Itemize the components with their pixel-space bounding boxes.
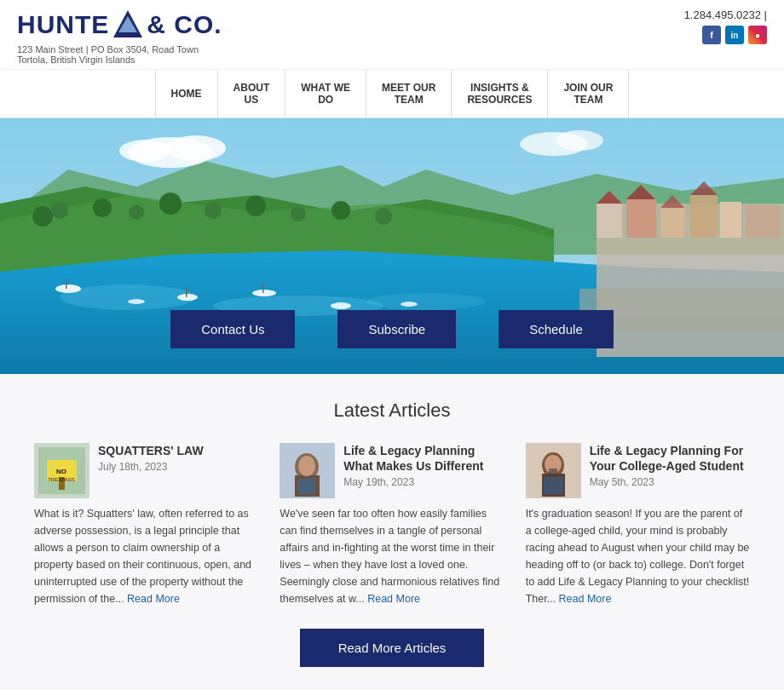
header: HUNTE & CO. 123 Main Street | PO Box 350… bbox=[0, 0, 784, 70]
social-icons: f in ● bbox=[684, 26, 767, 44]
articles-grid: NO TRESPASS SQUATTERS' LAW July 18th, 20… bbox=[34, 443, 750, 607]
article-2-thumb bbox=[280, 443, 335, 498]
article-3-title: Life & Legacy Planning For Your College-… bbox=[590, 443, 750, 474]
svg-point-42 bbox=[166, 135, 226, 161]
article-3-header: Life & Legacy Planning For Your College-… bbox=[526, 443, 750, 498]
article-3-meta: Life & Legacy Planning For Your College-… bbox=[590, 443, 750, 488]
svg-rect-23 bbox=[66, 279, 67, 289]
svg-rect-12 bbox=[626, 199, 656, 238]
svg-point-38 bbox=[291, 206, 306, 221]
hero-section: Contact Us Subscribe Schedule bbox=[0, 118, 784, 374]
svg-rect-61 bbox=[544, 477, 563, 494]
article-1-meta: SQUATTERS' LAW July 18th, 2023 bbox=[98, 443, 204, 473]
read-more-articles-button[interactable]: Read More Articles bbox=[300, 629, 485, 667]
article-2-read-more[interactable]: Read More bbox=[367, 593, 420, 605]
svg-rect-27 bbox=[262, 284, 264, 293]
logo: HUNTE & CO. bbox=[17, 9, 222, 41]
article-1-header: NO TRESPASS SQUATTERS' LAW July 18th, 20… bbox=[34, 443, 258, 498]
logo-text-right: & CO. bbox=[147, 10, 222, 39]
article-2-header: Life & Legacy Planning What Makes Us Dif… bbox=[280, 443, 504, 498]
facebook-icon[interactable]: f bbox=[702, 26, 721, 44]
svg-point-43 bbox=[119, 140, 170, 162]
read-more-btn-wrap: Read More Articles bbox=[34, 629, 750, 667]
article-1-date: July 18th, 2023 bbox=[98, 461, 204, 473]
header-right: 1.284.495.0232 | f in ● bbox=[684, 9, 767, 44]
svg-point-34 bbox=[129, 204, 144, 220]
article-3-read-more[interactable]: Read More bbox=[559, 593, 612, 605]
nav-insights[interactable]: INSIGHTS &RESOURCES bbox=[452, 70, 548, 118]
nav-about[interactable]: ABOUTUS bbox=[218, 70, 286, 118]
article-3-body: It's graduation season! If you are the p… bbox=[526, 505, 750, 607]
nav-what-we-do[interactable]: WHAT WEDO bbox=[285, 70, 366, 118]
svg-point-36 bbox=[205, 202, 222, 219]
main-nav: HOME ABOUTUS WHAT WEDO MEET OURTEAM INSI… bbox=[0, 70, 784, 118]
contact-us-button[interactable]: Contact Us bbox=[170, 310, 295, 348]
article-2-date: May 19th, 2023 bbox=[343, 476, 504, 488]
svg-rect-15 bbox=[720, 202, 741, 238]
instagram-icon[interactable]: ● bbox=[748, 26, 767, 44]
svg-point-39 bbox=[331, 201, 350, 220]
hero-buttons: Contact Us Subscribe Schedule bbox=[0, 310, 784, 348]
phone-number: 1.284.495.0232 | bbox=[684, 9, 767, 21]
svg-point-31 bbox=[32, 206, 53, 227]
svg-rect-14 bbox=[690, 195, 718, 238]
svg-rect-25 bbox=[186, 287, 187, 297]
svg-point-24 bbox=[177, 294, 198, 301]
svg-rect-62 bbox=[549, 469, 557, 474]
article-1-title: SQUATTERS' LAW bbox=[98, 443, 204, 458]
svg-point-28 bbox=[128, 299, 145, 304]
svg-point-37 bbox=[245, 196, 266, 216]
article-3-date: May 5th, 2023 bbox=[590, 476, 750, 488]
nav-inner: HOME ABOUTUS WHAT WEDO MEET OURTEAM INSI… bbox=[0, 70, 784, 118]
logo-text-left: HUNTE bbox=[17, 10, 109, 39]
svg-point-30 bbox=[401, 302, 418, 307]
article-2-meta: Life & Legacy Planning What Makes Us Dif… bbox=[343, 443, 504, 488]
article-card-3: Life & Legacy Planning For Your College-… bbox=[526, 443, 750, 607]
svg-point-29 bbox=[331, 302, 351, 309]
article-card-1: NO TRESPASS SQUATTERS' LAW July 18th, 20… bbox=[34, 443, 258, 607]
svg-rect-11 bbox=[597, 204, 622, 238]
svg-point-32 bbox=[51, 202, 68, 219]
article-2-title: Life & Legacy Planning What Makes Us Dif… bbox=[343, 443, 504, 474]
schedule-button[interactable]: Schedule bbox=[499, 310, 614, 348]
svg-point-33 bbox=[93, 198, 112, 217]
svg-text:TRESPASS: TRESPASS bbox=[48, 477, 75, 482]
svg-text:NO: NO bbox=[56, 468, 66, 475]
svg-rect-16 bbox=[746, 205, 780, 238]
address-line2: Tortola, British Virgin Islands bbox=[17, 55, 222, 65]
svg-point-40 bbox=[375, 208, 392, 225]
svg-point-26 bbox=[252, 290, 276, 296]
nav-join-team[interactable]: JOIN OURTEAM bbox=[548, 70, 629, 118]
svg-point-9 bbox=[366, 293, 486, 310]
nav-home[interactable]: HOME bbox=[155, 70, 218, 118]
svg-rect-56 bbox=[298, 479, 315, 494]
articles-title: Latest Articles bbox=[34, 400, 750, 422]
article-3-thumb bbox=[526, 443, 581, 498]
logo-triangle-icon bbox=[112, 9, 144, 41]
address-line1: 123 Main Street | PO Box 3504, Road Town bbox=[17, 44, 222, 55]
svg-point-22 bbox=[55, 285, 81, 293]
article-2-body: We've seen far too often how easily fami… bbox=[280, 505, 504, 607]
svg-point-35 bbox=[159, 193, 182, 215]
subscribe-button[interactable]: Subscribe bbox=[337, 310, 456, 348]
svg-rect-13 bbox=[660, 208, 684, 238]
article-1-thumb: NO TRESPASS bbox=[34, 443, 89, 498]
svg-point-55 bbox=[298, 456, 315, 476]
article-1-body: What is it? Squatters' law, often referr… bbox=[34, 505, 258, 607]
article-1-read-more[interactable]: Read More bbox=[127, 593, 180, 605]
articles-section: Latest Articles NO TRESPASS SQUA bbox=[0, 374, 784, 690]
linkedin-icon[interactable]: in bbox=[725, 26, 744, 44]
article-card-2: Life & Legacy Planning What Makes Us Dif… bbox=[280, 443, 504, 607]
nav-meet-our-team[interactable]: MEET OURTEAM bbox=[366, 70, 452, 118]
svg-point-45 bbox=[556, 130, 603, 151]
logo-area: HUNTE & CO. 123 Main Street | PO Box 350… bbox=[17, 9, 222, 65]
